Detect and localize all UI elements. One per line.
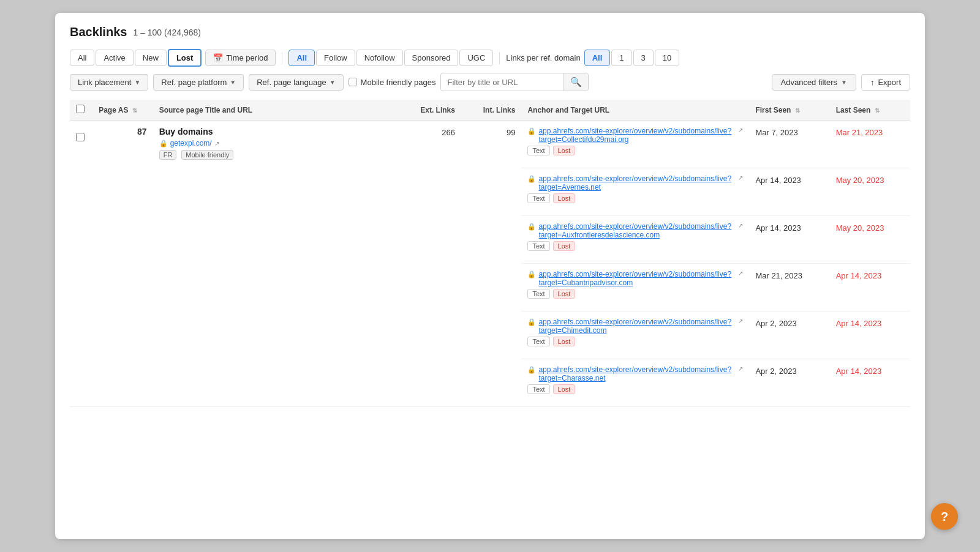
external-link-icon: ↗ xyxy=(738,365,743,372)
external-link-icon: ↗ xyxy=(738,127,743,133)
export-label: Export xyxy=(878,78,901,87)
ref-page-language-dropdown[interactable]: Ref. page language ▼ xyxy=(249,74,343,91)
lprd-1[interactable]: 1 xyxy=(611,50,631,66)
chevron-down-icon3: ▼ xyxy=(330,79,336,86)
source-cell: Buy domains🔒getexpi.com/↗FRMobile friend… xyxy=(153,121,401,407)
int-links-cell: 99 xyxy=(461,121,521,407)
lock-icon: 🔒 xyxy=(527,127,536,135)
link-type-sponsored[interactable]: Sponsored xyxy=(404,50,459,66)
source-title: Buy domains xyxy=(159,127,395,136)
backlinks-table: Page AS ⇅ Source page Title and URL Ext.… xyxy=(70,100,910,407)
advanced-filters-btn[interactable]: Advanced filters ▼ xyxy=(772,74,856,91)
lost-tag: Lost xyxy=(553,384,576,394)
status-tab-new[interactable]: New xyxy=(135,50,167,66)
last-seen-cell: Apr 14, 2023 xyxy=(830,264,910,311)
external-link-icon: ↗ xyxy=(738,222,743,229)
sort-icon-first-seen: ⇅ xyxy=(795,107,800,114)
status-tab-lost[interactable]: Lost xyxy=(168,49,202,67)
anchor-cell: 🔒app.ahrefs.com/site-explorer/overview/v… xyxy=(521,264,749,311)
external-link-icon: ↗ xyxy=(738,318,743,324)
status-tab-active[interactable]: Active xyxy=(96,50,133,66)
first-seen-cell: Apr 2, 2023 xyxy=(749,311,829,359)
lock-icon: 🔒 xyxy=(527,270,536,278)
time-period-label: Time period xyxy=(226,53,268,62)
page-header: Backlinks 1 – 100 (424,968) xyxy=(70,25,910,39)
last-seen-cell: May 20, 2023 xyxy=(830,216,910,264)
first-seen-cell: Apr 14, 2023 xyxy=(749,168,829,216)
status-tab-all[interactable]: All xyxy=(70,50,94,66)
last-seen-date: Apr 14, 2023 xyxy=(836,271,881,280)
lock-icon: 🔒 xyxy=(527,318,536,326)
text-tag: Text xyxy=(527,337,549,346)
header-last-seen[interactable]: Last Seen ⇅ xyxy=(830,100,910,121)
lprd-3[interactable]: 3 xyxy=(633,50,654,66)
row-checkbox[interactable] xyxy=(76,133,85,141)
lock-icon: 🔒 xyxy=(527,223,536,231)
export-icon: ↑ xyxy=(870,78,875,87)
link-placement-dropdown[interactable]: Link placement ▼ xyxy=(70,74,148,91)
anchor-cell: 🔒app.ahrefs.com/site-explorer/overview/v… xyxy=(521,311,749,359)
anchor-url-link[interactable]: app.ahrefs.com/site-explorer/overview/v2… xyxy=(538,174,734,192)
first-seen-cell: Apr 14, 2023 xyxy=(749,216,829,264)
mobile-friendly-text: Mobile friendly pages xyxy=(361,78,436,87)
link-type-all[interactable]: All xyxy=(288,50,315,66)
separator1 xyxy=(282,52,282,64)
link-type-ugc[interactable]: UGC xyxy=(459,50,493,66)
mobile-friendly-checkbox[interactable] xyxy=(349,78,357,86)
lprd-all[interactable]: All xyxy=(584,50,611,66)
last-seen-date: Apr 14, 2023 xyxy=(836,367,881,376)
chevron-down-icon: ▼ xyxy=(134,79,140,86)
lost-tag: Lost xyxy=(553,337,576,346)
link-type-follow[interactable]: Follow xyxy=(316,50,355,66)
calendar-icon: 📅 xyxy=(213,53,223,62)
last-seen-date: May 20, 2023 xyxy=(836,223,884,233)
first-seen-date: Apr 14, 2023 xyxy=(755,223,801,233)
link-type-group: All Follow Nofollow Sponsored UGC xyxy=(288,50,493,66)
source-badge: FR xyxy=(159,150,177,160)
source-badge: Mobile friendly xyxy=(181,150,233,160)
last-seen-date: Apr 14, 2023 xyxy=(836,319,881,328)
lprd-10[interactable]: 10 xyxy=(655,50,679,66)
toolbar-row2: Link placement ▼ Ref. page platform ▼ Re… xyxy=(70,73,910,91)
ref-page-platform-dropdown[interactable]: Ref. page platform ▼ xyxy=(153,74,244,91)
anchor-cell: 🔒app.ahrefs.com/site-explorer/overview/v… xyxy=(521,121,749,168)
toolbar-row1: All Active New Lost 📅 Time period All Fo… xyxy=(70,49,910,67)
anchor-url-link[interactable]: app.ahrefs.com/site-explorer/overview/v2… xyxy=(538,318,734,335)
sort-icon-page-as: ⇅ xyxy=(132,107,137,114)
last-seen-cell: Apr 14, 2023 xyxy=(830,359,910,407)
external-link-icon: ↗ xyxy=(738,174,743,181)
export-btn[interactable]: ↑ Export xyxy=(861,74,910,91)
last-seen-cell: Mar 21, 2023 xyxy=(830,121,910,168)
last-seen-date: May 20, 2023 xyxy=(836,176,884,185)
status-tab-group: All Active New Lost xyxy=(70,49,202,67)
header-first-seen[interactable]: First Seen ⇅ xyxy=(749,100,829,121)
search-button[interactable]: 🔍 xyxy=(564,73,588,91)
first-seen-date: Mar 7, 2023 xyxy=(755,128,797,137)
first-seen-cell: Mar 7, 2023 xyxy=(749,121,829,168)
anchor-url-link[interactable]: app.ahrefs.com/site-explorer/overview/v2… xyxy=(538,270,734,287)
link-type-nofollow[interactable]: Nofollow xyxy=(356,50,403,66)
search-box: 🔍 xyxy=(440,73,589,91)
anchor-url-link[interactable]: app.ahrefs.com/site-explorer/overview/v2… xyxy=(538,222,734,239)
text-tag: Text xyxy=(527,146,549,155)
last-seen-date: Mar 21, 2023 xyxy=(836,128,883,137)
time-period-btn[interactable]: 📅 Time period xyxy=(205,50,276,66)
chevron-down-icon2: ▼ xyxy=(230,79,236,86)
lost-tag: Lost xyxy=(553,289,576,299)
external-link-icon: ↗ xyxy=(738,270,743,277)
anchor-url-link[interactable]: app.ahrefs.com/site-explorer/overview/v2… xyxy=(538,127,734,144)
links-per-domain-label: Links per ref. domain xyxy=(506,53,580,62)
first-seen-cell: Apr 2, 2023 xyxy=(749,359,829,407)
first-seen-date: Apr 2, 2023 xyxy=(755,367,796,376)
first-seen-cell: Mar 21, 2023 xyxy=(749,264,829,311)
header-page-as[interactable]: Page AS ⇅ xyxy=(92,100,153,121)
help-button[interactable]: ? xyxy=(931,503,958,530)
search-input[interactable] xyxy=(441,75,564,90)
master-checkbox[interactable] xyxy=(76,105,85,113)
lost-tag: Lost xyxy=(553,146,576,155)
advanced-filters-label: Advanced filters xyxy=(781,78,838,87)
ext-links-cell: 266 xyxy=(401,121,461,407)
anchor-url-link[interactable]: app.ahrefs.com/site-explorer/overview/v2… xyxy=(538,365,734,382)
source-url-link[interactable]: getexpi.com/ xyxy=(170,139,212,147)
text-tag: Text xyxy=(527,193,549,203)
